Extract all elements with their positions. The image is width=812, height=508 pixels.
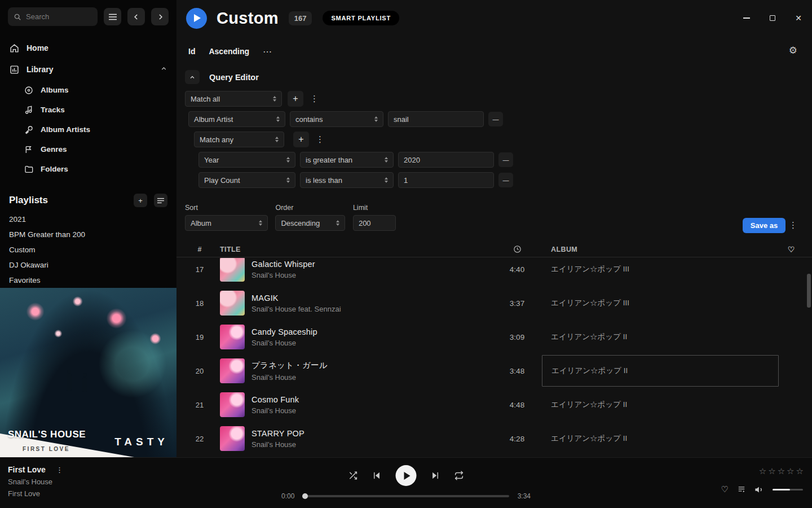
now-playing-menu-button[interactable]: ⋮ [54, 466, 65, 474]
star-icon[interactable]: ☆ [768, 466, 775, 476]
column-index[interactable]: # [185, 246, 214, 253]
seek-handle[interactable] [302, 493, 308, 499]
queue-button[interactable] [737, 485, 746, 493]
search-input-container[interactable] [8, 7, 98, 26]
match-type-select[interactable]: Match all [185, 91, 282, 107]
repeat-button[interactable] [454, 471, 464, 480]
menu-button[interactable] [104, 8, 121, 25]
scrollbar-thumb[interactable] [807, 274, 811, 308]
table-row[interactable]: 19 Candy Spaceship Snail's House 3:09 エイ… [176, 320, 812, 354]
rule-operator-select[interactable]: is less than [300, 172, 394, 188]
rule-field-select[interactable]: Play Count [198, 172, 295, 188]
artwork-figure [67, 374, 72, 391]
collapse-query-editor-button[interactable] [185, 70, 200, 84]
playlist-item[interactable]: Favorites [0, 273, 176, 288]
skip-back-icon [372, 471, 382, 480]
sidebar-item-home[interactable]: Home [0, 37, 176, 59]
playlist-item[interactable]: BPM Greater than 200 [0, 227, 176, 242]
volume-slider[interactable] [773, 489, 803, 491]
star-icon[interactable]: ☆ [759, 466, 766, 476]
add-playlist-button[interactable]: + [134, 194, 147, 207]
add-group-rule-button[interactable]: + [293, 132, 309, 147]
group-match-type-select[interactable]: Match any [194, 132, 284, 147]
settings-gear-button[interactable]: ⚙ [789, 45, 797, 56]
now-playing-title[interactable]: First Love [8, 465, 46, 474]
limit-label: Limit [353, 204, 396, 212]
now-playing-artwork[interactable]: SNAIL'S HOUSE FIRST LOVE TASTY [0, 288, 176, 457]
close-button[interactable]: ✕ [794, 14, 803, 23]
sidebar-item-albums[interactable]: Albums [0, 80, 176, 100]
rule-operator-select[interactable]: is greater than [300, 152, 394, 168]
query-limit-input[interactable] [353, 215, 396, 231]
playlist-item[interactable]: DJ Okawari [0, 257, 176, 273]
playlist-item[interactable]: 2021 [0, 212, 176, 227]
queue-icon [737, 485, 746, 493]
rule-value-input[interactable] [398, 172, 494, 188]
sidebar-item-tracks[interactable]: Tracks [0, 100, 176, 120]
track-title: Candy Spaceship [251, 327, 317, 336]
track-duration: 3:48 [492, 367, 542, 375]
sort-field-button[interactable]: Id [188, 47, 195, 56]
select-carets-icon [275, 137, 279, 142]
rule-field-select[interactable]: Album Artist [188, 111, 285, 127]
sidebar-item-folders[interactable]: Folders [0, 159, 176, 179]
search-input[interactable] [26, 12, 92, 21]
star-icon[interactable]: ☆ [778, 466, 785, 476]
remove-rule-button[interactable]: — [498, 152, 513, 167]
remove-rule-button[interactable]: — [498, 173, 513, 187]
volume-button[interactable] [754, 485, 764, 494]
group-menu-button[interactable]: ⋮ [314, 134, 326, 144]
minimize-button[interactable] [742, 14, 751, 23]
play-pause-button[interactable] [396, 465, 417, 486]
playlists-title: Playlists [9, 195, 48, 206]
maximize-button[interactable] [768, 14, 777, 23]
rule-group-menu-button[interactable]: ⋮ [308, 94, 321, 104]
rule-value-input[interactable] [388, 111, 484, 127]
sidebar-item-library[interactable]: Library [0, 59, 176, 80]
query-sort-select[interactable]: Album [185, 215, 268, 231]
column-favorite[interactable]: ♡ [779, 245, 804, 254]
select-carets-icon [385, 157, 388, 163]
sidebar-item-genres[interactable]: Genres [0, 139, 176, 159]
query-order-select[interactable]: Descending [275, 215, 345, 231]
playlist-item[interactable]: Custom [0, 242, 176, 257]
favorite-button[interactable]: ♡ [721, 484, 729, 494]
sidebar-item-album-artists[interactable]: Album Artists [0, 120, 176, 139]
previous-button[interactable] [372, 471, 382, 480]
track-album-focused-cell[interactable]: エイリアン☆ポップ II [542, 355, 779, 387]
column-duration[interactable] [492, 245, 542, 253]
rule-operator-select[interactable]: contains [290, 111, 383, 127]
track-album: エイリアン☆ポップ II [542, 400, 779, 410]
chevron-up-icon[interactable] [160, 65, 167, 74]
table-row[interactable]: 18 MAGIK Snail's House feat. Sennzai 3:3… [176, 286, 812, 320]
table-row[interactable]: 21 Cosmo Funk Snail's House 4:48 エイリアン☆ポ… [176, 388, 812, 422]
save-menu-button[interactable]: ⋮ [787, 220, 800, 230]
now-playing-artist[interactable]: Snail's House [8, 478, 65, 486]
track-thumbnail [220, 358, 245, 383]
rule-value-input[interactable] [398, 152, 494, 168]
table-row[interactable]: 20 プラネット・ガール Snail's House 3:48 エイリアン☆ポッ… [176, 354, 812, 388]
column-title[interactable]: TITLE [214, 246, 492, 253]
more-options-button[interactable]: ⋯ [263, 46, 272, 57]
nav-back-button[interactable] [127, 8, 145, 25]
remove-rule-button[interactable]: — [488, 112, 503, 126]
add-rule-button[interactable]: + [288, 91, 303, 107]
playlist-list-button[interactable] [154, 194, 167, 207]
save-as-button[interactable]: Save as [743, 218, 785, 233]
now-playing-album[interactable]: First Love [8, 489, 65, 498]
next-button[interactable] [431, 471, 440, 480]
table-row[interactable]: 22 STARRY POP Snail's House 4:28 エイリアン☆ポ… [176, 422, 812, 456]
seek-bar[interactable] [303, 495, 509, 497]
nav-forward-button[interactable] [151, 8, 169, 25]
track-artist: Snail's House [251, 271, 315, 279]
column-album[interactable]: ALBUM [542, 246, 779, 253]
shuffle-button[interactable] [348, 471, 358, 480]
star-icon[interactable]: ☆ [796, 466, 804, 476]
star-icon[interactable]: ☆ [787, 466, 794, 476]
artwork-figure [82, 377, 87, 392]
play-playlist-button[interactable] [186, 8, 207, 29]
rule-field-select[interactable]: Year [198, 152, 295, 168]
table-row[interactable]: 17 Galactic Whisper Snail's House 4:40 エ… [176, 258, 812, 286]
sort-order-button[interactable]: Ascending [209, 47, 249, 56]
folder-icon [24, 165, 34, 174]
